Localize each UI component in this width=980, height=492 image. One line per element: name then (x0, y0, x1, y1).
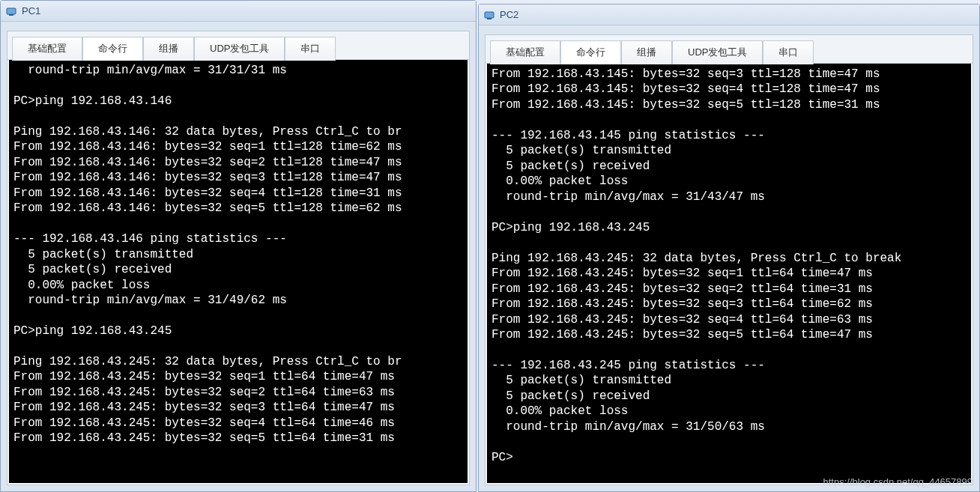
tab-basic-config[interactable]: 基础配置 (12, 37, 82, 61)
titlebar-pc1[interactable]: PC1 (1, 1, 476, 22)
terminal-pc2[interactable]: From 192.168.43.145: bytes=32 seq=3 ttl=… (487, 64, 971, 483)
window-inner-pc1: 基础配置 命令行 组播 UDP发包工具 串口 round-trip min/av… (7, 31, 470, 485)
tab-udp-sender[interactable]: UDP发包工具 (672, 40, 763, 64)
svg-rect-2 (485, 12, 494, 18)
window-inner-pc2: 基础配置 命令行 组播 UDP发包工具 串口 From 192.168.43.1… (485, 34, 973, 485)
tab-multicast[interactable]: 组播 (143, 37, 194, 61)
svg-rect-0 (7, 8, 16, 14)
svg-rect-3 (487, 18, 491, 19)
terminal-pc1[interactable]: round-trip min/avg/max = 31/31/31 ms PC>… (9, 60, 468, 483)
tab-multicast[interactable]: 组播 (621, 40, 672, 64)
window-title: PC2 (500, 9, 518, 20)
tab-udp-sender[interactable]: UDP发包工具 (194, 37, 285, 61)
tab-serial[interactable]: 串口 (763, 40, 814, 64)
tab-command-line[interactable]: 命令行 (560, 40, 621, 64)
svg-rect-1 (9, 14, 13, 16)
tabs-pc2: 基础配置 命令行 组播 UDP发包工具 串口 (486, 35, 973, 64)
app-icon (483, 9, 495, 21)
window-pc1: PC1 基础配置 命令行 组播 UDP发包工具 串口 round-trip mi… (0, 0, 477, 492)
app-icon (5, 5, 17, 17)
tab-basic-config[interactable]: 基础配置 (490, 40, 560, 64)
tab-serial[interactable]: 串口 (285, 37, 336, 61)
window-pc2: PC2 基础配置 命令行 组播 UDP发包工具 串口 From 192.168.… (478, 4, 980, 492)
window-title: PC1 (22, 5, 40, 16)
titlebar-pc2[interactable]: PC2 (479, 4, 979, 25)
tab-command-line[interactable]: 命令行 (82, 37, 143, 61)
tabs-pc1: 基础配置 命令行 组播 UDP发包工具 串口 (7, 31, 469, 60)
